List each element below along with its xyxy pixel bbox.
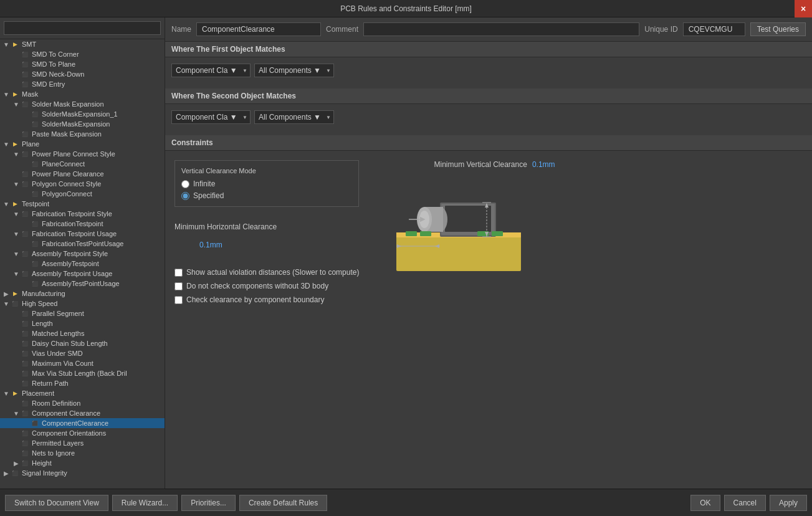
tree-container[interactable]: ▼▶SMT⬛SMD To Corner⬛SMD To Plane⬛SMD Nec… — [0, 39, 165, 489]
tree-item-signal-integrity[interactable]: ▶⬛Signal Integrity — [0, 468, 165, 478]
tree-toggle[interactable]: ▼ — [12, 211, 20, 217]
tree-item-paste-mask-expansion[interactable]: ⬛Paste Mask Expansion — [0, 129, 165, 139]
second-match-wrapper[interactable]: All Components ▼ — [254, 110, 334, 124]
tree-item-power-plane-clearance[interactable]: ⬛Power Plane Clearance — [0, 169, 165, 179]
switch-to-doc-view-button[interactable]: Switch to Document View — [5, 495, 108, 511]
tree-item-smd-to-corner[interactable]: ⬛SMD To Corner — [0, 49, 165, 59]
no-check-3d-item[interactable]: Do not check components without 3D body — [174, 282, 359, 290]
cancel-button[interactable]: Cancel — [724, 495, 766, 511]
first-type-wrapper[interactable]: Component Cla ▼ — [171, 64, 251, 77]
show-violations-checkbox[interactable] — [174, 269, 183, 277]
tree-toggle[interactable]: ▼ — [2, 141, 10, 148]
tree-item-testpoint[interactable]: ▼▶Testpoint — [0, 199, 165, 209]
infinite-radio-item[interactable]: Infinite — [181, 179, 352, 188]
tree-item-assembly-testpoint-style[interactable]: ▼⬛Assembly Testpoint Style — [0, 249, 165, 259]
specified-radio-item[interactable]: Specified — [181, 191, 352, 200]
tree-toggle[interactable]: ▼ — [12, 231, 20, 237]
where-first-header: Where The First Object Matches — [165, 42, 812, 57]
tree-item-soldermaskexpansion-1[interactable]: ⬛SolderMaskExpansion_1 — [0, 109, 165, 119]
tree-item-smd-to-plane[interactable]: ⬛SMD To Plane — [0, 59, 165, 69]
tree-item-assemblytestpoint[interactable]: ⬛AssemblyTestpoint — [0, 259, 165, 269]
tree-item-smd-neck-down[interactable]: ⬛SMD Neck-Down — [0, 69, 165, 79]
tree-item-fab-testpoint-style[interactable]: ▼⬛Fabrication Testpoint Style — [0, 209, 165, 219]
rule-wizard-button[interactable]: Rule Wizard... — [112, 495, 178, 511]
left-panel: ▼▶SMT⬛SMD To Corner⬛SMD To Plane⬛SMD Nec… — [0, 17, 165, 489]
tree-item-max-via-stub-length[interactable]: ⬛Max Via Stub Length (Back Dril — [0, 368, 165, 378]
tree-toggle[interactable]: ▼ — [2, 300, 10, 307]
tree-item-polygon-connect-style[interactable]: ▼⬛Polygon Connect Style — [0, 179, 165, 189]
tree-item-component-orientations[interactable]: ⬛Component Orientations — [0, 428, 165, 438]
comment-input[interactable] — [363, 22, 639, 36]
tree-item-return-path[interactable]: ⬛Return Path — [0, 378, 165, 388]
tree-label: Nets to Ignore — [30, 449, 75, 457]
tree-item-assemblytestpointusage[interactable]: ⬛AssemblyTestPointUsage — [0, 279, 165, 289]
tree-item-height[interactable]: ▶⬛Height — [0, 458, 165, 468]
first-match-wrapper[interactable]: All Components ▼ — [254, 64, 334, 77]
tree-item-matched-lengths[interactable]: ⬛Matched Lengths — [0, 328, 165, 338]
tree-toggle[interactable]: ▼ — [12, 101, 20, 108]
infinite-radio[interactable] — [181, 180, 189, 188]
second-match-dropdown[interactable]: All Components ▼ — [254, 110, 334, 124]
tree-toggle[interactable]: ▼ — [2, 390, 10, 397]
test-queries-button[interactable]: Test Queries — [750, 22, 806, 36]
tree-item-component-clearance[interactable]: ▼⬛Component Clearance — [0, 408, 165, 418]
min-horiz-label: Minimum Horizontal Clearance — [174, 222, 277, 231]
tree-label: Solder Mask Expansion — [30, 100, 104, 108]
second-type-wrapper[interactable]: Component Cla ▼ — [171, 110, 251, 124]
tree-toggle[interactable]: ▼ — [12, 410, 20, 417]
uniqueid-value[interactable] — [683, 22, 745, 36]
tree-item-manufacturing[interactable]: ▶▶Manufacturing — [0, 289, 165, 299]
priorities-button[interactable]: Priorities... — [181, 495, 236, 511]
tree-item-parallel-segment[interactable]: ⬛Parallel Segment — [0, 308, 165, 318]
tree-item-maximum-via-count[interactable]: ⬛Maximum Via Count — [0, 358, 165, 368]
name-input[interactable] — [196, 22, 321, 36]
tree-item-placement[interactable]: ▼▶Placement — [0, 388, 165, 398]
tree-item-permitted-layers[interactable]: ⬛Permitted Layers — [0, 438, 165, 448]
tree-item-plane[interactable]: ▼▶Plane — [0, 139, 165, 149]
tree-toggle[interactable]: ▼ — [2, 41, 10, 48]
tree-toggle[interactable]: ▶ — [12, 460, 20, 467]
first-type-dropdown[interactable]: Component Cla ▼ — [171, 64, 251, 77]
ok-button[interactable]: OK — [690, 495, 720, 511]
check-boundary-item[interactable]: Check clearance by component boundary — [174, 295, 359, 304]
no-check-3d-checkbox[interactable] — [174, 282, 183, 290]
tree-item-smd-entry[interactable]: ⬛SMD Entry — [0, 79, 165, 89]
tree-item-solder-mask-expansion[interactable]: ▼⬛Solder Mask Expansion — [0, 99, 165, 109]
tree-item-daisy-chain-stub-length[interactable]: ⬛Daisy Chain Stub Length — [0, 338, 165, 348]
tree-item-mask[interactable]: ▼▶Mask — [0, 89, 165, 99]
tree-item-length[interactable]: ⬛Length — [0, 318, 165, 328]
create-default-rules-button[interactable]: Create Default Rules — [239, 495, 327, 511]
close-button[interactable]: × — [795, 0, 812, 17]
tree-item-high-speed[interactable]: ▼⬛High Speed — [0, 299, 165, 308]
tree-item-power-plane-connect-style[interactable]: ▼⬛Power Plane Connect Style — [0, 149, 165, 159]
tree-item-planeconnect[interactable]: ⬛PlaneConnect — [0, 159, 165, 169]
tree-item-fab-testpoint-usage[interactable]: ▼⬛Fabrication Testpoint Usage — [0, 229, 165, 239]
tree-toggle[interactable]: ▼ — [2, 91, 10, 98]
tree-item-assembly-testpoint-usage[interactable]: ▼⬛Assembly Testpoint Usage — [0, 269, 165, 279]
tree-icon-rule: ⬛ — [30, 122, 40, 127]
tree-item-componentclearance[interactable]: ⬛ComponentClearance — [0, 418, 165, 428]
tree-toggle[interactable]: ▼ — [12, 151, 20, 158]
tree-toggle[interactable]: ▼ — [2, 201, 10, 208]
check-boundary-checkbox[interactable] — [174, 296, 183, 304]
tree-item-polygonconnect[interactable]: ⬛PolygonConnect — [0, 189, 165, 199]
search-input[interactable] — [4, 21, 161, 35]
tree-item-room-definition[interactable]: ⬛Room Definition — [0, 398, 165, 408]
tree-item-soldermaskexpansion[interactable]: ⬛SolderMaskExpansion — [0, 119, 165, 129]
tree-item-fabricationtestpointusage[interactable]: ⬛FabricationTestPointUsage — [0, 239, 165, 249]
tree-toggle[interactable]: ▼ — [12, 181, 20, 188]
specified-radio[interactable] — [181, 192, 189, 200]
tree-label: Daisy Chain Stub Length — [30, 340, 108, 347]
tree-item-vias-under-smd[interactable]: ⬛Vias Under SMD — [0, 348, 165, 358]
tree-toggle[interactable]: ▶ — [2, 470, 10, 477]
tree-toggle[interactable]: ▶ — [2, 290, 10, 297]
tree-toggle[interactable]: ▼ — [12, 270, 20, 277]
first-match-dropdown[interactable]: All Components ▼ — [254, 64, 334, 77]
show-violations-item[interactable]: Show actual violation distances (Slower … — [174, 268, 359, 277]
apply-button[interactable]: Apply — [770, 495, 807, 511]
tree-item-smt[interactable]: ▼▶SMT — [0, 39, 165, 49]
tree-item-fabricationtestpoint[interactable]: ⬛FabricationTestpoint — [0, 219, 165, 229]
second-type-dropdown[interactable]: Component Cla ▼ — [171, 110, 251, 124]
tree-toggle[interactable]: ▼ — [12, 251, 20, 257]
tree-item-nets-to-ignore[interactable]: ⬛Nets to Ignore — [0, 448, 165, 458]
